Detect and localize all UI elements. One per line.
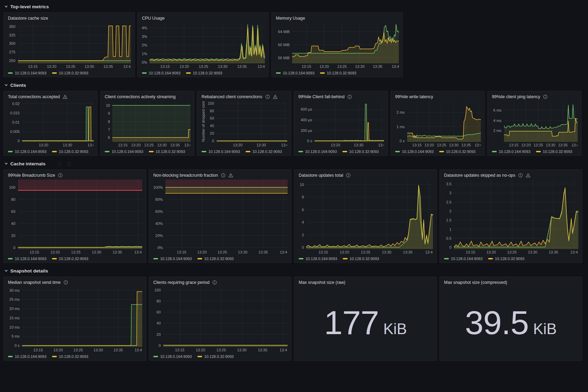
y-tick-label: 1.5 — [446, 218, 451, 222]
y-axis: 0 s200 µs400 µs600 µs — [298, 101, 314, 142]
panel-title[interactable]: 99%ile write latency — [395, 94, 433, 99]
chart-canvas[interactable] — [292, 22, 399, 63]
chart-canvas[interactable] — [306, 179, 433, 249]
panel-title[interactable]: 99%ile client ping latency — [492, 94, 540, 99]
y-tick-label: 60 — [210, 116, 214, 120]
warning-icon[interactable] — [273, 94, 278, 99]
chevron-down-icon[interactable] — [4, 162, 8, 166]
legend-item[interactable]: 10.128.0.164:9093 — [8, 71, 47, 75]
legend-item[interactable]: 10.128.0.164:9093 — [153, 257, 192, 261]
chart-canvas[interactable] — [18, 22, 131, 63]
info-icon[interactable] — [265, 94, 270, 99]
legend-item[interactable]: 10.128.0.32:9093 — [320, 71, 357, 75]
panel-title[interactable]: CPU Usage — [142, 16, 165, 21]
section-header-snapshot-details[interactable]: Snapshot details — [4, 267, 588, 275]
info-icon[interactable] — [221, 173, 226, 178]
section-header-clients[interactable]: Clients — [4, 81, 588, 89]
chart-canvas[interactable] — [165, 179, 288, 249]
panel-title[interactable]: Memory Usage — [276, 16, 305, 21]
chart-canvas[interactable] — [112, 101, 190, 142]
panel-grid: Total connections accepted00.0050.010.01… — [3, 91, 588, 156]
panel-clients-requiring-grace-period: Clients requiring grace period0204060801… — [149, 277, 291, 361]
panel-title[interactable]: 99%ile Breadcrumb Size — [8, 173, 55, 178]
legend-item[interactable]: 10.128.0.164:9093 — [202, 149, 240, 154]
legend-item[interactable]: 10.128.0.32:9093 — [343, 257, 379, 261]
legend-item[interactable]: 10.128.0.32:9093 — [488, 257, 525, 261]
legend-item[interactable]: 10.128.0.164:9093 — [8, 257, 47, 261]
stat-body: 39.5KiB — [443, 286, 578, 359]
panel-title[interactable]: Datastore cache size — [8, 16, 48, 21]
panel-title[interactable]: 99%ile Client fall-behind — [298, 94, 344, 99]
legend-item[interactable]: 10.128.0.164:9093 — [298, 149, 337, 154]
warning-icon[interactable] — [526, 173, 530, 178]
legend-item[interactable]: 10.128.0.164:9093 — [299, 257, 337, 261]
legend-item[interactable]: 10.128.0.32:9093 — [246, 149, 282, 154]
chart-canvas[interactable] — [454, 179, 578, 249]
panel-title[interactable]: Client connections actively streaming — [105, 94, 176, 99]
legend-item[interactable]: 10.128.0.32:9093 — [197, 354, 234, 359]
chart-canvas[interactable] — [504, 101, 578, 142]
info-icon[interactable] — [543, 94, 548, 99]
panel-title[interactable]: Total connections accepted — [8, 94, 60, 99]
chart-canvas[interactable] — [149, 22, 265, 63]
chevron-down-icon[interactable] — [4, 83, 8, 87]
legend-label: 10.128.0.164:9093 — [112, 149, 143, 154]
chart-canvas[interactable] — [314, 101, 384, 142]
panel-title[interactable]: Clients requiring grace period — [153, 280, 209, 285]
chart-canvas[interactable] — [18, 179, 142, 249]
legend-item[interactable]: 10.128.0.32:9093 — [197, 257, 234, 261]
info-icon[interactable] — [58, 173, 63, 178]
chart-plot — [112, 101, 190, 142]
panel-title[interactable]: Datastore updates skipped as no-ops — [444, 173, 515, 178]
legend-item[interactable]: 10.128.0.32:9093 — [52, 257, 89, 261]
chart-canvas[interactable] — [22, 101, 94, 142]
legend-item[interactable]: 10.128.0.164:9093 — [153, 354, 192, 359]
panel-title[interactable]: Rebalanced client connenctions — [202, 94, 262, 99]
y-axis: 0 s5 ms10 ms15 ms20 ms25 ms30 ms — [7, 287, 22, 347]
panel-title[interactable]: Max snapshot size (compressed) — [444, 280, 507, 285]
section-header-cache-internals[interactable]: Cache internals — [4, 160, 588, 167]
info-icon[interactable] — [346, 173, 351, 178]
chart-canvas[interactable] — [22, 287, 142, 347]
info-icon[interactable] — [63, 280, 68, 285]
legend-item[interactable]: 10.128.0.32:9093 — [52, 354, 89, 359]
legend-item[interactable]: 10.128.0.32:9093 — [186, 71, 223, 75]
legend-item[interactable]: 10.128.0.32:9093 — [536, 149, 572, 154]
legend-item[interactable]: 10.128.0.164:9093 — [142, 71, 180, 75]
series-dash-yellow — [343, 258, 348, 259]
legend-item[interactable]: 10.128.0.164:9093 — [492, 149, 530, 154]
legend-item[interactable]: 10.128.0.32:9093 — [439, 149, 476, 154]
legend-item[interactable]: 10.128.0.164:9093 — [444, 257, 483, 261]
chevron-down-icon[interactable] — [4, 4, 8, 9]
legend: 10.128.0.164:909310.128.0.32:9093 — [7, 255, 142, 261]
chart-area: Number of dropped connectio0204060801001… — [201, 101, 287, 154]
legend-item[interactable]: 10.128.0.32:9093 — [52, 149, 89, 154]
legend-item[interactable]: 10.128.0.164:9093 — [105, 149, 143, 154]
panel-title[interactable]: Median snapshot send time — [8, 280, 61, 285]
legend-item[interactable]: 10.128.0.164:9093 — [276, 71, 314, 75]
chevron-down-icon[interactable] — [4, 269, 8, 273]
warning-icon[interactable] — [63, 94, 68, 99]
warning-icon[interactable] — [228, 173, 233, 178]
x-tick-label: 13:35 — [113, 348, 123, 352]
legend-item[interactable]: 10.128.0.32:9093 — [149, 149, 185, 154]
info-icon[interactable] — [347, 94, 352, 99]
legend-item[interactable]: 10.128.0.32:9093 — [342, 149, 379, 154]
panel-title[interactable]: Max snapshot size (raw) — [299, 280, 345, 285]
y-tick-label: 10 ms — [9, 325, 20, 329]
y-axis: 56 MiB60 MiB64 MiB — [275, 22, 292, 63]
legend-label: 10.128.0.32:9093 — [59, 71, 89, 75]
section-header-top-level-metrics[interactable]: Top-level metrics — [4, 3, 588, 10]
info-icon[interactable] — [212, 280, 217, 285]
panel-header: 99%ile Client fall-behind — [298, 93, 384, 100]
chart-canvas[interactable] — [407, 101, 481, 142]
chart-canvas[interactable] — [163, 287, 288, 347]
legend-item[interactable]: 10.128.0.164:9093 — [8, 354, 47, 359]
legend-item[interactable]: 10.128.0.164:9093 — [395, 149, 434, 154]
panel-title[interactable]: Non-blocking breadcrumb fraction — [153, 173, 218, 178]
info-icon[interactable] — [518, 173, 523, 178]
legend-item[interactable]: 10.128.0.164:9093 — [8, 149, 47, 154]
chart-canvas[interactable] — [217, 101, 287, 142]
panel-title[interactable]: Datastore updates total — [299, 173, 343, 178]
legend-item[interactable]: 10.128.0.32:9093 — [52, 71, 89, 75]
